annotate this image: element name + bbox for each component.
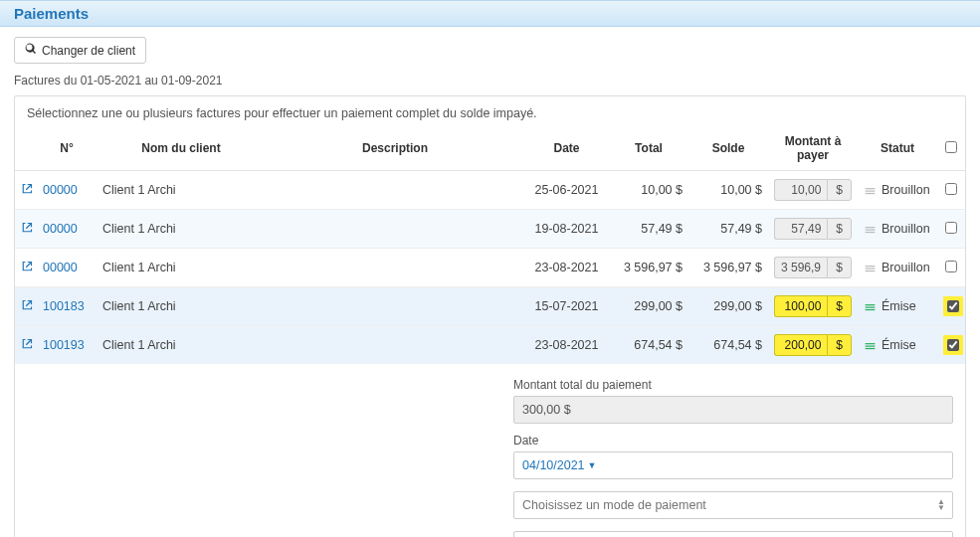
- payment-form: Montant total du paiement Date 04/10/202…: [501, 364, 965, 537]
- date-range-text: Factures du 01-05-2021 au 01-09-2021: [14, 74, 966, 88]
- col-header-statut: Statut: [858, 126, 937, 171]
- invoice-description: [266, 210, 524, 249]
- svg-rect-1: [866, 190, 876, 191]
- status-text: Brouillon: [882, 183, 930, 197]
- invoice-date: 23-08-2021: [524, 249, 609, 287]
- currency-addon: $: [827, 257, 852, 278]
- col-header-no: N°: [37, 126, 97, 171]
- page-title: Paiements: [14, 5, 89, 22]
- amount-to-pay-input[interactable]: [774, 179, 827, 201]
- status-icon: [864, 300, 877, 313]
- amount-to-pay-input[interactable]: [774, 218, 827, 240]
- invoice-total: 299,00 $: [609, 287, 688, 326]
- amount-to-pay-input[interactable]: [774, 257, 827, 278]
- date-label: Date: [513, 434, 953, 448]
- open-external-icon[interactable]: [21, 183, 33, 198]
- status-icon: [864, 223, 877, 236]
- currency-addon: $: [827, 218, 852, 240]
- status-text: Brouillon: [882, 261, 930, 274]
- svg-rect-0: [866, 188, 876, 189]
- change-client-label: Changer de client: [42, 44, 135, 58]
- panel-intro-text: Sélectionnez une ou plusieurs factures p…: [15, 96, 965, 126]
- col-header-date: Date: [524, 126, 609, 171]
- invoice-description: [266, 171, 524, 210]
- caret-down-icon: ▼: [588, 460, 597, 470]
- invoice-balance: 10,00 $: [688, 171, 768, 210]
- table-row: 100183Client 1 Archi15-07-2021299,00 $29…: [15, 287, 965, 326]
- invoice-number-link[interactable]: 100183: [43, 299, 85, 313]
- status-icon: [864, 339, 877, 352]
- svg-rect-3: [866, 227, 876, 228]
- svg-rect-11: [866, 308, 876, 309]
- invoice-description: [266, 326, 524, 365]
- status-icon: [864, 262, 877, 274]
- col-header-total: Total: [609, 126, 688, 171]
- invoice-total: 57,49 $: [609, 210, 688, 249]
- select-all-checkbox[interactable]: [945, 141, 957, 153]
- invoices-table: N° Nom du client Description Date Total …: [15, 126, 965, 364]
- svg-rect-2: [866, 192, 876, 193]
- row-checkbox[interactable]: [947, 339, 959, 351]
- total-label: Montant total du paiement: [513, 378, 953, 392]
- bank-account-select[interactable]: [513, 531, 953, 537]
- amount-to-pay-input[interactable]: [774, 295, 827, 317]
- svg-rect-5: [866, 231, 876, 232]
- date-picker[interactable]: 04/10/2021 ▼: [513, 451, 953, 479]
- invoice-total: 10,00 $: [609, 171, 688, 210]
- client-name: Client 1 Archi: [97, 326, 266, 365]
- client-name: Client 1 Archi: [97, 249, 266, 287]
- change-client-button[interactable]: Changer de client: [14, 37, 146, 64]
- invoice-description: [266, 287, 524, 326]
- invoice-date: 19-08-2021: [524, 210, 609, 249]
- search-icon: [25, 43, 37, 58]
- status-text: Émise: [882, 338, 916, 352]
- svg-rect-14: [866, 347, 876, 348]
- status-text: Émise: [882, 299, 916, 313]
- open-external-icon[interactable]: [21, 338, 33, 353]
- amount-to-pay-input[interactable]: [774, 334, 827, 356]
- svg-rect-4: [866, 229, 876, 230]
- svg-rect-13: [866, 345, 876, 346]
- invoice-number-link[interactable]: 100193: [43, 338, 85, 352]
- table-row: 00000Client 1 Archi23-08-20213 596,97 $3…: [15, 249, 965, 287]
- invoice-date: 15-07-2021: [524, 287, 609, 326]
- status-icon: [864, 184, 877, 197]
- open-external-icon[interactable]: [21, 261, 33, 275]
- table-row: 00000Client 1 Archi25-06-202110,00 $10,0…: [15, 171, 965, 210]
- col-header-checkbox[interactable]: [937, 126, 965, 171]
- svg-rect-7: [866, 268, 876, 268]
- row-checkbox[interactable]: [945, 222, 957, 234]
- invoice-number-link[interactable]: 00000: [43, 183, 78, 197]
- table-row: 100193Client 1 Archi23-08-2021674,54 $67…: [15, 326, 965, 365]
- svg-rect-10: [866, 306, 876, 307]
- payment-mode-select[interactable]: [513, 491, 953, 519]
- status-text: Brouillon: [882, 222, 930, 236]
- svg-rect-9: [866, 304, 876, 305]
- client-name: Client 1 Archi: [97, 287, 266, 326]
- client-name: Client 1 Archi: [97, 210, 266, 249]
- client-name: Client 1 Archi: [97, 171, 266, 210]
- open-external-icon[interactable]: [21, 299, 33, 314]
- col-header-montant: Montant à payer: [768, 126, 858, 171]
- svg-rect-12: [866, 343, 876, 344]
- invoice-balance: 299,00 $: [688, 287, 768, 326]
- currency-addon: $: [827, 179, 852, 201]
- invoice-date: 25-06-2021: [524, 171, 609, 210]
- invoice-balance: 57,49 $: [688, 210, 768, 249]
- col-header-client: Nom du client: [97, 126, 266, 171]
- invoice-number-link[interactable]: 00000: [43, 261, 78, 274]
- invoice-number-link[interactable]: 00000: [43, 222, 78, 236]
- svg-rect-6: [866, 266, 876, 267]
- col-header-description: Description: [266, 126, 524, 171]
- svg-rect-8: [866, 269, 876, 270]
- total-amount-field: [513, 396, 953, 424]
- invoices-panel: Sélectionnez une ou plusieurs factures p…: [14, 95, 966, 537]
- open-external-icon[interactable]: [21, 222, 33, 237]
- invoice-total: 674,54 $: [609, 326, 688, 365]
- invoice-balance: 674,54 $: [688, 326, 768, 365]
- row-checkbox[interactable]: [945, 261, 957, 272]
- invoice-balance: 3 596,97 $: [688, 249, 768, 287]
- invoice-date: 23-08-2021: [524, 326, 609, 365]
- row-checkbox[interactable]: [945, 183, 957, 195]
- row-checkbox[interactable]: [947, 300, 959, 312]
